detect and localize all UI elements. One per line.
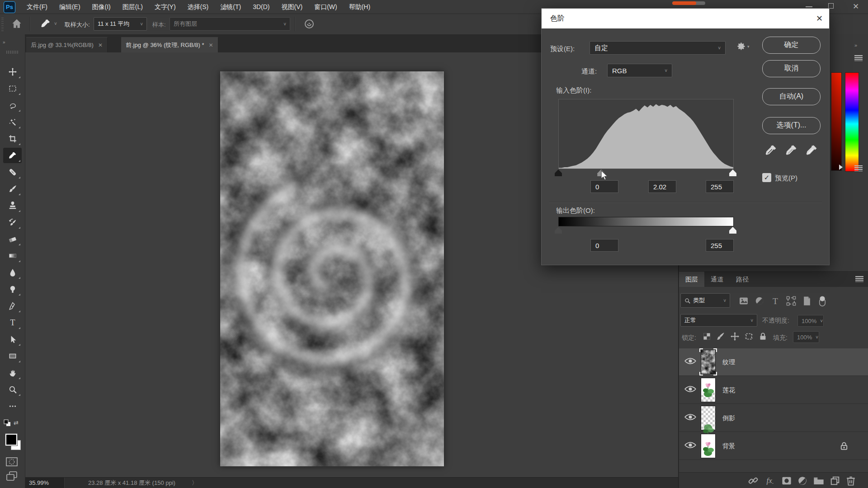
menu-item-7[interactable]: 3D(D) <box>247 0 275 14</box>
lock-all-icon[interactable] <box>759 332 767 341</box>
menu-item-1[interactable]: 编辑(E) <box>53 0 86 14</box>
screen-mode-icon[interactable] <box>6 471 18 483</box>
blend-mode-dropdown[interactable]: 正常 ˅ <box>680 314 757 327</box>
layer-row-倒影[interactable]: 倒影 <box>679 404 868 432</box>
new-layer-icon[interactable] <box>830 476 840 486</box>
layer-thumbnail[interactable] <box>701 434 715 458</box>
opacity-dropdown[interactable]: 100% ˅ <box>797 315 824 327</box>
layer-name[interactable]: 背景 <box>722 432 735 460</box>
eraser-tool[interactable] <box>3 231 22 247</box>
close-tab-icon[interactable]: ✕ <box>209 42 213 48</box>
brush-tool[interactable] <box>3 181 22 197</box>
layer-row-莲花[interactable]: 莲花 <box>679 376 868 404</box>
eyedropper-tool[interactable] <box>3 148 22 163</box>
menu-item-3[interactable]: 图层(L) <box>117 0 149 14</box>
path-selection-tool[interactable] <box>3 332 22 347</box>
auto-button[interactable]: 自动(A) <box>762 88 821 105</box>
visibility-eye-icon[interactable] <box>684 385 696 394</box>
default-colors-icon[interactable] <box>4 419 13 430</box>
input-black-field[interactable]: 0 <box>590 180 618 193</box>
cancel-button[interactable]: 取消 <box>762 60 821 77</box>
delete-layer-icon[interactable] <box>846 476 856 486</box>
output-white-slider[interactable] <box>729 227 736 234</box>
layers-panel-tab-2[interactable]: 路径 <box>730 272 755 287</box>
gradient-tool[interactable] <box>3 248 22 263</box>
close-tab-icon[interactable]: ✕ <box>98 42 103 48</box>
quick-mask-icon[interactable] <box>6 457 18 468</box>
document-canvas[interactable] <box>220 71 444 466</box>
doc-tab-1[interactable]: 前.jpg @ 36% (纹理, RGB/8) *✕ <box>121 37 218 53</box>
sample-size-dropdown[interactable]: 11 x 11 平均 ˅ <box>94 17 147 31</box>
hand-tool[interactable] <box>3 365 22 380</box>
input-white-field[interactable]: 255 <box>706 180 734 193</box>
visibility-eye-icon[interactable] <box>684 441 696 450</box>
collapse-panels-icon[interactable]: » <box>854 42 857 48</box>
filter-adjustment-layers-icon[interactable] <box>755 296 764 306</box>
filter-toggle-icon[interactable] <box>818 295 827 307</box>
layer-row-纹理[interactable]: 纹理 <box>679 348 868 376</box>
output-black-slider[interactable] <box>555 227 562 234</box>
layer-name[interactable]: 莲花 <box>722 376 735 404</box>
menu-item-9[interactable]: 窗口(W) <box>308 0 343 14</box>
visibility-eye-icon[interactable] <box>684 413 696 422</box>
close-window-icon[interactable]: ✕ <box>853 1 859 12</box>
healing-brush-tool[interactable] <box>3 164 22 180</box>
preview-checkbox[interactable]: ✓ <box>762 173 771 182</box>
tool-preset-eyedropper[interactable]: ˅ <box>41 19 57 28</box>
layers-panel-tab-1[interactable]: 通道 <box>704 272 730 287</box>
new-group-icon[interactable] <box>813 476 824 486</box>
layer-thumbnail[interactable] <box>701 378 715 402</box>
filter-smart-objects-icon[interactable] <box>802 296 812 306</box>
minimize-icon[interactable] <box>806 6 812 7</box>
gray-point-eyedropper-icon[interactable] <box>785 144 797 156</box>
output-white-field[interactable]: 255 <box>706 239 734 252</box>
layers-panel-tab-0[interactable]: 图层 <box>679 272 704 287</box>
output-black-field[interactable]: 0 <box>590 239 618 252</box>
preset-dropdown[interactable]: 自定 ˅ <box>590 41 726 55</box>
marquee-tool[interactable] <box>3 81 22 96</box>
color-slider-red[interactable] <box>831 72 842 171</box>
channel-dropdown[interactable]: RGB ˅ <box>607 64 672 77</box>
lock-pixels-icon[interactable] <box>717 332 725 341</box>
color-spectrum-ramp[interactable] <box>845 72 859 172</box>
layer-row-背景[interactable]: 背景 <box>679 432 868 460</box>
zoom-tool[interactable] <box>3 382 22 397</box>
expand-panel-icon[interactable]: » <box>3 40 5 45</box>
layer-thumbnail[interactable] <box>701 350 715 374</box>
status-chevron-icon[interactable]: 〉 <box>192 479 198 487</box>
link-layers-icon[interactable] <box>748 476 758 486</box>
preset-options-gear-icon[interactable]: ▾ <box>737 42 750 51</box>
swatches-panel-menu-icon[interactable] <box>854 165 863 171</box>
sample-layers-dropdown[interactable]: 所有图层 ˅ <box>170 17 290 31</box>
filter-type-layers-icon[interactable]: T <box>770 296 780 306</box>
fill-dropdown[interactable]: 100% ˅ <box>793 331 819 343</box>
input-black-slider[interactable] <box>555 169 562 176</box>
more-tool[interactable] <box>3 399 22 414</box>
swap-colors-icon[interactable]: ⇄ <box>14 419 19 426</box>
black-point-eyedropper-icon[interactable] <box>765 144 777 156</box>
menu-item-6[interactable]: 滤镜(T) <box>214 0 247 14</box>
layer-name[interactable]: 倒影 <box>722 404 735 432</box>
pen-tool[interactable] <box>3 298 22 314</box>
new-adjustment-layer-icon[interactable] <box>797 476 807 486</box>
quick-selection-tool[interactable] <box>3 114 22 130</box>
menu-item-4[interactable]: 文字(Y) <box>149 0 182 14</box>
history-brush-tool[interactable] <box>3 215 22 230</box>
layer-name[interactable]: 纹理 <box>722 348 735 375</box>
crop-tool[interactable] <box>3 131 22 146</box>
add-layer-mask-icon[interactable] <box>782 476 792 486</box>
ok-button[interactable]: 确定 <box>762 37 821 54</box>
lock-transparency-icon[interactable] <box>703 332 711 341</box>
lock-artboard-icon[interactable] <box>745 332 753 341</box>
shape-tool[interactable] <box>3 348 22 364</box>
visibility-eye-icon[interactable] <box>684 357 696 366</box>
dialog-close-icon[interactable]: ✕ <box>816 9 823 28</box>
zoom-level-field[interactable]: 35.99% <box>25 478 65 488</box>
home-icon[interactable] <box>12 19 22 30</box>
spectrum-marker-icon[interactable] <box>839 164 843 170</box>
input-gamma-field[interactable]: 2.02 <box>648 180 676 193</box>
layer-thumbnail[interactable] <box>701 406 715 430</box>
menu-item-0[interactable]: 文件(F) <box>21 0 53 14</box>
layer-filter-dropdown[interactable]: 类型 ˅ <box>680 293 730 308</box>
white-point-eyedropper-icon[interactable] <box>806 144 818 156</box>
